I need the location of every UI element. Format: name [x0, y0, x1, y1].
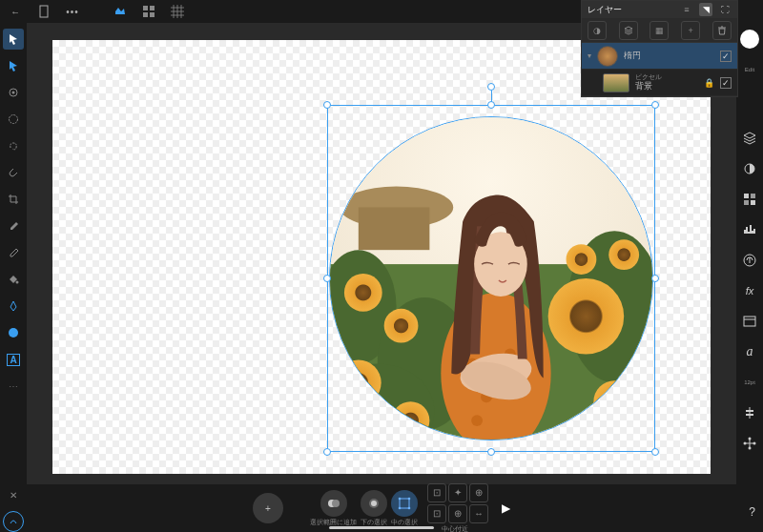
select-inside-label: 中の選択: [391, 518, 418, 527]
fill-tool-icon[interactable]: [3, 269, 24, 290]
alignment-icon[interactable]: [739, 402, 760, 423]
ellipse-shape[interactable]: [329, 116, 653, 440]
paintbrush-icon[interactable]: [3, 215, 24, 236]
layer-visibility-checkbox[interactable]: ✓: [720, 51, 732, 62]
node-tool-icon[interactable]: [3, 55, 24, 76]
svg-point-42: [384, 308, 419, 342]
svg-point-29: [744, 442, 747, 445]
histogram-icon[interactable]: [739, 219, 760, 240]
layer-mask-icon[interactable]: ▦: [650, 21, 669, 40]
move-tool-icon[interactable]: [3, 29, 24, 50]
fx-icon[interactable]: fx: [739, 280, 760, 301]
more-icon[interactable]: •••: [63, 2, 82, 21]
flood-select-icon[interactable]: [3, 162, 24, 183]
snap-cell[interactable]: ⊡: [427, 504, 446, 523]
svg-point-44: [392, 401, 430, 440]
svg-point-32: [749, 447, 752, 450]
adjustments-icon[interactable]: [739, 158, 760, 179]
panel-filter-icon[interactable]: ◥: [699, 3, 712, 16]
layers-panel-toolbar: ◑ ▦ +: [582, 18, 737, 43]
shape-ellipse-icon[interactable]: [3, 322, 24, 343]
text-size-label: 12pt: [739, 372, 760, 393]
add-to-selection-button[interactable]: [320, 490, 347, 517]
svg-point-45: [567, 244, 597, 275]
snap-cell[interactable]: ↔: [469, 504, 488, 523]
layer-thumbnail: [597, 46, 618, 67]
add-to-selection-label: 選択範囲に追加: [310, 518, 357, 527]
selection-marquee-icon[interactable]: [3, 109, 24, 130]
panel-list-icon[interactable]: ≡: [680, 3, 693, 16]
stock-icon[interactable]: [739, 250, 760, 271]
layers-studio-icon[interactable]: [739, 128, 760, 149]
resize-handle-s[interactable]: [487, 448, 495, 456]
layer-thumbnail: [603, 73, 629, 92]
freehand-select-icon[interactable]: [3, 135, 24, 156]
plus-icon: +: [265, 503, 271, 514]
snap-cell[interactable]: ⊡: [427, 483, 446, 502]
layer-group-icon[interactable]: [619, 21, 638, 40]
svg-point-41: [344, 274, 382, 312]
svg-rect-19: [744, 200, 749, 205]
rotate-handle[interactable]: [487, 83, 495, 91]
crop-tool-icon[interactable]: [3, 189, 24, 210]
layer-label: 背景: [635, 80, 662, 92]
help-button[interactable]: ?: [749, 505, 755, 519]
layer-row-ellipse[interactable]: ▾ 楕円 ✓: [582, 43, 737, 70]
persona-photo-icon[interactable]: [111, 2, 130, 21]
pixel-grid-icon[interactable]: [168, 2, 187, 21]
svg-point-63: [399, 497, 402, 500]
lock-icon[interactable]: 🔒: [704, 78, 714, 88]
help-ring-icon[interactable]: [3, 511, 24, 532]
view-tool-icon[interactable]: [3, 82, 24, 103]
disclosure-icon[interactable]: ▾: [588, 51, 591, 60]
svg-point-47: [593, 380, 635, 422]
resize-handle-nw[interactable]: [323, 101, 331, 109]
svg-point-61: [371, 501, 377, 506]
snap-cell[interactable]: ⊕: [469, 483, 488, 502]
svg-rect-4: [150, 12, 155, 17]
add-button[interactable]: +: [253, 493, 283, 523]
svg-point-54: [471, 415, 483, 426]
resize-handle-se[interactable]: [651, 448, 659, 456]
swatches-icon[interactable]: [739, 189, 760, 210]
right-toolbar: Edit fx a 12pt: [736, 23, 763, 532]
grid-mode-icon[interactable]: [139, 2, 158, 21]
svg-point-14: [16, 281, 19, 284]
back-button[interactable]: ←: [6, 2, 25, 21]
transform-icon[interactable]: [739, 433, 760, 454]
layer-delete-icon[interactable]: [712, 21, 732, 40]
close-icon[interactable]: ✕: [3, 484, 24, 505]
panel-expand-icon[interactable]: ⛶: [718, 3, 732, 16]
artboard[interactable]: [52, 40, 711, 474]
snap-grid: ⊡ ✦ ⊕ ⊡ ⊕ ↔: [427, 483, 488, 523]
select-inside-button[interactable]: [391, 490, 418, 517]
resize-handle-n[interactable]: [487, 101, 495, 109]
svg-point-46: [608, 239, 639, 270]
text-styles-icon[interactable]: a: [739, 341, 760, 362]
layer-opacity-icon[interactable]: ◑: [588, 21, 607, 40]
pen-tool-icon[interactable]: [3, 296, 24, 317]
snap-cell[interactable]: ✦: [448, 483, 467, 502]
placeholder-tool-icon[interactable]: ⋯: [3, 376, 24, 397]
resize-handle-sw[interactable]: [323, 448, 331, 456]
svg-rect-17: [744, 194, 749, 198]
eraser-icon[interactable]: [3, 242, 24, 263]
svg-point-12: [12, 92, 15, 94]
select-below-button[interactable]: [361, 490, 387, 517]
color-foreground-icon[interactable]: [739, 29, 760, 50]
svg-rect-22: [744, 317, 755, 326]
layers-panel-title: レイヤー: [588, 4, 622, 16]
resize-handle-ne[interactable]: [651, 101, 659, 109]
text-tool-icon[interactable]: A: [3, 349, 24, 370]
layer-add-icon[interactable]: +: [681, 21, 700, 40]
brushes-icon[interactable]: [739, 311, 760, 332]
context-toolbar: + 選択範囲に追加 下の選択 中の選択 ⊡ ✦ ⊕ ⊡ ⊕ ↔ 中心付近 ▶: [27, 484, 736, 532]
layer-visibility-checkbox[interactable]: ✓: [720, 77, 732, 89]
play-icon[interactable]: ▶: [502, 501, 510, 515]
edit-label: Edit: [739, 59, 760, 80]
svg-rect-20: [751, 200, 755, 205]
snap-cell[interactable]: ⊕: [448, 504, 467, 523]
svg-rect-2: [150, 6, 155, 10]
layer-row-background[interactable]: ピクセル 背景 🔒 ✓: [582, 70, 737, 96]
document-icon[interactable]: [34, 2, 53, 21]
